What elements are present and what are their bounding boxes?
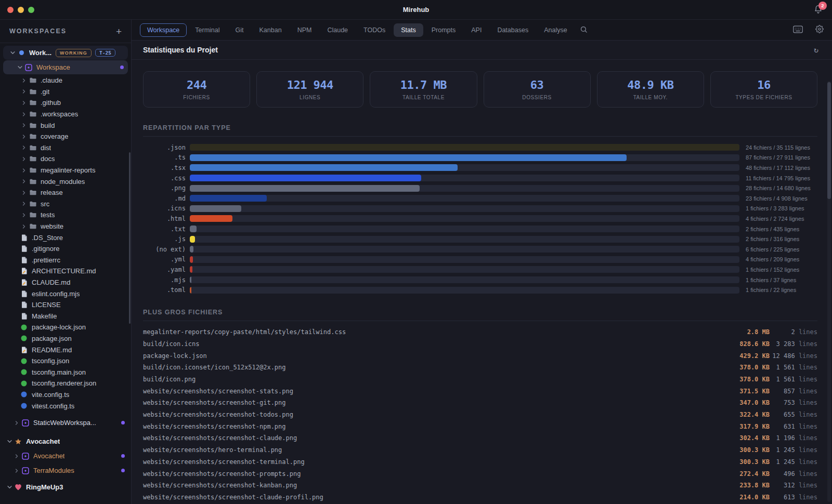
tree-item-architecture-md[interactable]: ARCHITECTURE.md	[0, 266, 131, 277]
tree-item-package-json[interactable]: package.json	[0, 333, 131, 344]
tab-stats[interactable]: Stats	[394, 23, 423, 37]
chevron-right-icon[interactable]	[21, 191, 27, 195]
tree-item-megalinter-reports[interactable]: megalinter-reports	[0, 165, 131, 176]
tree-item-tsconfig-main-json[interactable]: tsconfig.main.json	[0, 366, 131, 378]
chevron-right-icon[interactable]	[21, 101, 27, 105]
chevron-right-icon[interactable]	[14, 454, 20, 458]
chevron-down-icon[interactable]	[6, 439, 12, 444]
minimize-window-button[interactable]	[18, 7, 24, 13]
main-scrollbar[interactable]	[827, 81, 831, 502]
close-window-button[interactable]	[7, 7, 14, 13]
tree-item-work[interactable]: Work...WORKINGT-25	[3, 46, 128, 60]
tree-item-git[interactable]: .git	[0, 86, 131, 98]
notifications-button[interactable]: 2	[812, 4, 824, 16]
stat-value: 48.9 KB	[627, 78, 673, 91]
file-size: 378.0 KB	[720, 364, 770, 371]
tab-databases[interactable]: Databases	[490, 23, 536, 37]
chevron-down-icon[interactable]	[6, 485, 12, 489]
tree-item-website[interactable]: website	[0, 221, 131, 232]
window-title: Mirehub	[0, 6, 832, 14]
chevron-right-icon[interactable]	[21, 145, 27, 150]
chevron-down-icon[interactable]	[9, 50, 16, 55]
tree-item-claude[interactable]: .claude	[0, 75, 131, 86]
chevron-right-icon[interactable]	[21, 112, 27, 116]
bar-fill	[190, 195, 267, 202]
settings-button[interactable]	[815, 25, 824, 35]
tree-item-vite-config-ts[interactable]: vite.config.ts	[0, 389, 131, 401]
tab-kanban[interactable]: Kanban	[252, 23, 289, 37]
tree-item-gitignore[interactable]: .gitignore	[0, 243, 131, 255]
file-size: 302.4 KB	[720, 434, 770, 442]
tree-item-dist[interactable]: dist	[0, 142, 131, 154]
stat-card: 48.9 KBTAILLE MOY.	[597, 71, 704, 108]
add-workspace-button[interactable]: +	[115, 26, 123, 36]
type-bar-row: .mjs1 fichiers / 37 lignes	[143, 275, 817, 285]
tree-item-terramodules[interactable]: TerraModules	[0, 463, 131, 478]
tree-item-node-modules[interactable]: node_modules	[0, 176, 131, 187]
tab-prompts[interactable]: Prompts	[424, 23, 463, 37]
tree-item-staticwebworkspa[interactable]: StaticWebWorkspa...	[0, 416, 131, 430]
tree-item-ringmeup3[interactable]: RingMeUp3	[0, 480, 131, 495]
tree-item-release[interactable]: release	[0, 187, 131, 198]
main-scrollbar-thumb[interactable]	[827, 82, 831, 199]
tree-item-prettierrc[interactable]: .prettierrc	[0, 255, 131, 266]
tree-item-tsconfig-renderer-json[interactable]: tsconfig.renderer.json	[0, 378, 131, 389]
chevron-right-icon[interactable]	[21, 157, 27, 161]
tree-item-docs[interactable]: docs	[0, 153, 131, 165]
traffic-lights	[7, 7, 34, 13]
stat-label: LIGNES	[300, 95, 320, 100]
tree-item-package-lock-json[interactable]: package-lock.json	[0, 322, 131, 333]
tab-claude[interactable]: Claude	[320, 23, 355, 37]
tab-analyse[interactable]: Analyse	[537, 23, 574, 37]
file-path: build/icon.png	[143, 376, 720, 383]
tree-item-tsconfig-json[interactable]: tsconfig.json	[0, 355, 131, 367]
search-button[interactable]	[580, 25, 588, 35]
tree-item-license[interactable]: LICENSE	[0, 299, 131, 311]
tree-item-workspaces[interactable]: .workspaces	[0, 109, 131, 120]
tree-item-workspace[interactable]: Workspace	[3, 60, 128, 74]
tree-item-src[interactable]: src	[0, 198, 131, 210]
chevron-right-icon[interactable]	[21, 123, 27, 127]
tab-npm[interactable]: NPM	[290, 23, 319, 37]
bar-fill	[190, 226, 197, 232]
tree-item-ds-store[interactable]: .DS_Store	[0, 232, 131, 243]
refresh-button[interactable]: ↻	[814, 45, 818, 55]
chevron-down-icon[interactable]	[17, 65, 23, 70]
tab-api[interactable]: API	[464, 23, 489, 37]
bar-stat-label: 1 fichiers / 37 lignes	[746, 277, 817, 283]
chevron-right-icon[interactable]	[21, 78, 27, 83]
tree-item-readme-md[interactable]: README.md	[0, 344, 131, 355]
tree-item-github[interactable]: .github	[0, 97, 131, 109]
tree-item-claude-md[interactable]: CLAUDE.md	[0, 277, 131, 288]
chevron-right-icon[interactable]	[21, 213, 27, 217]
chevron-right-icon[interactable]	[21, 89, 27, 94]
shortcuts-button[interactable]	[793, 25, 803, 35]
tree-item-avocachet[interactable]: Avocachet	[0, 434, 131, 449]
circle-green-icon	[20, 324, 28, 330]
chevron-right-icon[interactable]	[21, 224, 27, 229]
tab-todos[interactable]: TODOs	[356, 23, 393, 37]
tree-item-tests[interactable]: tests	[0, 209, 131, 221]
tab-terminal[interactable]: Terminal	[188, 23, 227, 37]
circle-blue-icon	[20, 391, 28, 397]
stat-value: 244	[187, 78, 206, 91]
chevron-right-icon[interactable]	[14, 469, 20, 473]
tab-git[interactable]: Git	[228, 23, 251, 37]
tree-item-eslint-config-mjs[interactable]: eslint.config.mjs	[0, 288, 131, 299]
tree-item-makefile[interactable]: Makefile	[0, 310, 131, 322]
file-type-label: .icns	[143, 205, 186, 212]
zoom-window-button[interactable]	[28, 7, 34, 13]
tree-item-coverage[interactable]: coverage	[0, 131, 131, 142]
tree-item-vitest-config-ts[interactable]: vitest.config.ts	[0, 400, 131, 412]
chevron-right-icon[interactable]	[14, 421, 20, 425]
chevron-right-icon[interactable]	[21, 135, 27, 139]
tree-item-build[interactable]: build	[0, 120, 131, 131]
tree-item-avocachet[interactable]: Avocachet	[0, 449, 131, 463]
sidebar-scrollbar[interactable]	[129, 152, 131, 324]
chevron-right-icon[interactable]	[21, 202, 27, 206]
tab-workspace[interactable]: Workspace	[140, 23, 187, 37]
chevron-right-icon[interactable]	[21, 179, 27, 183]
stat-cards: 244FICHIERS121 944LIGNES11.7 MBTAILLE TO…	[143, 71, 817, 108]
type-bar-row: .tsx48 fichiers / 17 112 lignes	[143, 163, 817, 173]
chevron-right-icon[interactable]	[21, 168, 27, 173]
